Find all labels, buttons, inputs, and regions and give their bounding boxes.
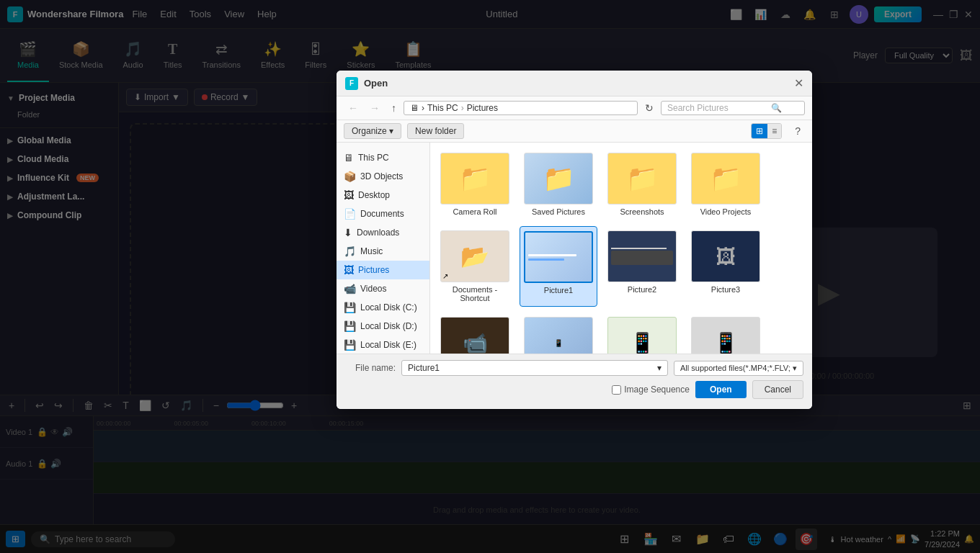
breadcrumb-pictures[interactable]: Pictures bbox=[467, 103, 498, 113]
dialog-logo: F bbox=[345, 77, 358, 90]
file-picture1[interactable]: Picture1 bbox=[520, 226, 597, 307]
picture4-thumb: 📹 bbox=[440, 317, 509, 354]
file-samsung-03[interactable]: 📱 root-samsung-tablet-03 bbox=[687, 313, 765, 354]
saved-pictures-thumb: 📁 bbox=[524, 153, 593, 204]
local-d-label: Local Disk (D:) bbox=[360, 321, 417, 331]
file-saved-pictures[interactable]: 📁 Saved Pictures bbox=[520, 148, 597, 220]
documents-shortcut-name: Documents - Shortcut bbox=[440, 285, 509, 302]
file-row-2: 📂 ↗ Documents - Shortcut Picture1 bbox=[436, 226, 806, 307]
screen-line-2 bbox=[528, 258, 564, 261]
picture3-name: Picture3 bbox=[711, 285, 740, 294]
open-button[interactable]: Open bbox=[695, 381, 747, 398]
file-row-3: 📹 Picture4 📱 root-samsung-tablet-01 📱 ro… bbox=[436, 313, 806, 354]
left-nav: 🖥 This PC 📦 3D Objects 🖼 Desktop 📄 Docum… bbox=[337, 143, 430, 354]
local-e-label: Local Disk (E:) bbox=[360, 340, 416, 350]
3d-icon: 📦 bbox=[344, 171, 356, 182]
camera-roll-name: Camera Roll bbox=[453, 207, 496, 216]
image-sequence-text: Image Sequence bbox=[624, 385, 690, 395]
videos-label: Videos bbox=[360, 284, 386, 294]
documents-icon: 📄 bbox=[344, 208, 356, 220]
view-list-button[interactable]: ≡ bbox=[767, 124, 781, 138]
file-screenshots[interactable]: 📁 Screenshots bbox=[603, 148, 681, 220]
view-toggle: ⊞ ≡ bbox=[751, 123, 782, 139]
saved-folder-icon: 📁 bbox=[543, 163, 575, 194]
dialog-title: F Open bbox=[345, 77, 388, 90]
organize-arrow: ▾ bbox=[389, 126, 393, 136]
search-input[interactable] bbox=[667, 103, 768, 113]
view-options-button[interactable]: ? bbox=[790, 124, 805, 138]
breadcrumb-sep-1: › bbox=[461, 103, 464, 113]
samsung01-icon: 📱 bbox=[554, 339, 563, 347]
nav-refresh-button[interactable]: ↻ bbox=[641, 101, 658, 115]
screenshots-name: Screenshots bbox=[620, 207, 664, 216]
file-name-input[interactable]: Picture1 ▾ bbox=[401, 360, 668, 376]
samsung03-icon: 📱 bbox=[713, 331, 739, 354]
this-pc-label: This PC bbox=[358, 153, 389, 163]
documents-label: Documents bbox=[360, 209, 404, 219]
footer-filename-row: File name: Picture1 ▾ All supported file… bbox=[345, 360, 803, 376]
dialog-footer: File name: Picture1 ▾ All supported file… bbox=[337, 354, 812, 409]
nav-music[interactable]: 🎵 Music bbox=[337, 242, 429, 261]
nav-local-e[interactable]: 💾 Local Disk (E:) bbox=[337, 336, 429, 354]
file-samsung-02[interactable]: 📱 root-samsung-tablet-02 bbox=[603, 313, 681, 354]
breadcrumb[interactable]: 🖥 › This PC › Pictures bbox=[404, 101, 638, 115]
picture3-thumb: 🖼 bbox=[691, 230, 760, 282]
nav-videos[interactable]: 📹 Videos bbox=[337, 279, 429, 298]
nav-local-c[interactable]: 💾 Local Disk (C:) bbox=[337, 298, 429, 317]
file-picture3[interactable]: 🖼 Picture3 bbox=[687, 226, 765, 307]
nav-this-pc[interactable]: 🖥 This PC bbox=[337, 148, 429, 167]
desktop-icon: 🖼 bbox=[344, 189, 354, 201]
file-camera-roll[interactable]: 📁 Camera Roll bbox=[436, 148, 514, 220]
filename-dropdown-icon: ▾ bbox=[657, 363, 662, 373]
p2-line bbox=[611, 248, 667, 249]
nav-pictures[interactable]: 🖼 Pictures bbox=[337, 261, 429, 279]
file-samsung-01[interactable]: 📱 root-samsung-tablet-01 bbox=[520, 313, 597, 354]
breadcrumb-sep-0: › bbox=[422, 103, 424, 113]
dialog-close-button[interactable]: ✕ bbox=[794, 76, 803, 90]
file-picture2[interactable]: Picture2 bbox=[603, 226, 681, 307]
file-video-projects[interactable]: 📁 Video Projects bbox=[687, 148, 765, 220]
cancel-button[interactable]: Cancel bbox=[752, 380, 803, 399]
nav-3d-objects[interactable]: 📦 3D Objects bbox=[337, 167, 429, 186]
view-grid-button[interactable]: ⊞ bbox=[752, 124, 767, 138]
footer-buttons-row: Image Sequence Open Cancel bbox=[345, 380, 803, 399]
open-dialog: F Open ✕ ← → ↑ 🖥 › This PC › Pictures ↻ … bbox=[337, 71, 812, 409]
search-icon: 🔍 bbox=[771, 103, 782, 113]
dialog-nav: ← → ↑ 🖥 › This PC › Pictures ↻ 🔍 bbox=[337, 96, 812, 120]
documents-shortcut-thumb: 📂 ↗ bbox=[440, 230, 509, 282]
video-folder-icon: 📁 bbox=[710, 163, 742, 194]
image-sequence-checkbox[interactable] bbox=[612, 385, 621, 395]
breadcrumb-item-0: 🖥 bbox=[410, 103, 419, 113]
shortcut-arrow: ↗ bbox=[442, 272, 448, 280]
nav-documents[interactable]: 📄 Documents bbox=[337, 204, 429, 223]
nav-back-button[interactable]: ← bbox=[344, 101, 362, 115]
3d-label: 3D Objects bbox=[360, 171, 403, 181]
samsung02-thumb: 📱 bbox=[607, 317, 677, 354]
file-picture4[interactable]: 📹 Picture4 bbox=[436, 313, 514, 354]
nav-forward-button[interactable]: → bbox=[365, 101, 384, 115]
p4-icon: 📹 bbox=[463, 331, 488, 354]
organize-button[interactable]: Organize ▾ bbox=[344, 123, 401, 139]
disk-d-icon: 💾 bbox=[344, 320, 356, 332]
dialog-title-text: Open bbox=[364, 78, 388, 89]
folder-icon: 📁 bbox=[459, 163, 491, 194]
desktop-label: Desktop bbox=[358, 190, 390, 200]
file-documents-shortcut[interactable]: 📂 ↗ Documents - Shortcut bbox=[436, 226, 514, 307]
nav-up-button[interactable]: ↑ bbox=[387, 101, 401, 115]
breadcrumb-this-pc[interactable]: This PC bbox=[427, 103, 458, 113]
saved-pictures-name: Saved Pictures bbox=[532, 207, 585, 216]
file-type-select[interactable]: All supported files(*.MP4;*.FLV; ▾ bbox=[674, 361, 803, 376]
samsung01-thumb: 📱 bbox=[524, 317, 593, 354]
nav-downloads[interactable]: ⬇ Downloads bbox=[337, 223, 429, 242]
video-projects-name: Video Projects bbox=[700, 207, 752, 216]
image-sequence-label[interactable]: Image Sequence bbox=[612, 385, 690, 395]
music-icon: 🎵 bbox=[344, 246, 356, 257]
nav-desktop[interactable]: 🖼 Desktop bbox=[337, 186, 429, 204]
filetype-dropdown-icon: ▾ bbox=[793, 364, 797, 373]
nav-local-d[interactable]: 💾 Local Disk (D:) bbox=[337, 317, 429, 336]
picture2-thumb bbox=[607, 230, 677, 282]
dialog-titlebar: F Open ✕ bbox=[337, 71, 812, 96]
screen-line-1 bbox=[528, 254, 576, 256]
search-field[interactable]: 🔍 bbox=[661, 101, 805, 115]
new-folder-button[interactable]: New folder bbox=[407, 123, 464, 139]
